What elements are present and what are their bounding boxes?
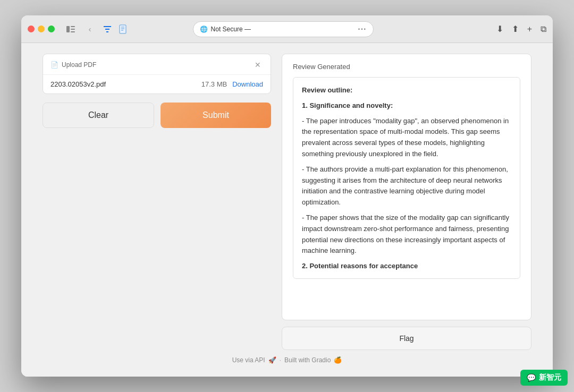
page-icon xyxy=(117,23,129,35)
wechat-label: 新智元 xyxy=(539,373,561,382)
download-icon[interactable]: ⬇ xyxy=(496,24,503,34)
address-bar[interactable]: 🌐 Not Secure — ··· xyxy=(193,21,374,37)
minimize-button[interactable] xyxy=(38,25,45,32)
api-text: Use via API xyxy=(232,356,265,364)
review-content-box[interactable]: Review outline: 1. Significance and nove… xyxy=(293,77,520,279)
svg-rect-3 xyxy=(71,31,75,32)
toolbar-right: ⬇ ⬆ + ⧉ xyxy=(496,24,546,34)
footer: Use via API 🚀 · Built with Gradio 🍊 xyxy=(43,350,531,366)
upload-box: 📄 Upload PDF ✕ 2203.02053v2.pdf 17.3 MB … xyxy=(43,54,271,94)
file-size: 17.3 MB xyxy=(201,80,227,88)
review-bullet-2: - The authors provide a multi-part expla… xyxy=(302,164,511,208)
svg-rect-4 xyxy=(120,25,126,33)
right-panel: Review Generated Review outline: 1. Sign… xyxy=(282,54,531,350)
main-content: 📄 Upload PDF ✕ 2203.02053v2.pdf 17.3 MB … xyxy=(21,43,553,377)
review-outline-label: Review outline: xyxy=(302,85,511,96)
file-icon: 📄 xyxy=(50,61,58,69)
svg-rect-1 xyxy=(71,26,75,27)
share-icon[interactable]: ⬆ xyxy=(512,24,519,34)
review-bullet-4: - The paper contributes important insigh… xyxy=(302,276,511,279)
download-link[interactable]: Download xyxy=(232,80,263,88)
title-bar: ‹ 🌐 Not Secure — ··· ⬇ ⬆ + ⧉ xyxy=(21,15,553,43)
wechat-watermark: 💬 新智元 xyxy=(520,370,568,386)
address-text: Not Secure — xyxy=(211,25,355,33)
tabs-icon[interactable]: ⧉ xyxy=(541,24,546,34)
upload-close-button[interactable]: ✕ xyxy=(252,59,263,70)
left-panel: 📄 Upload PDF ✕ 2203.02053v2.pdf 17.3 MB … xyxy=(43,54,271,350)
review-section-1: 1. Significance and novelty: xyxy=(302,100,511,112)
traffic-lights xyxy=(28,25,55,32)
submit-button[interactable]: Submit xyxy=(161,103,271,128)
built-text: Built with Gradio xyxy=(284,356,331,364)
globe-icon: 🌐 xyxy=(200,25,208,33)
file-name: 2203.02053v2.pdf xyxy=(50,80,196,88)
sidebar-toggle[interactable] xyxy=(63,22,78,37)
svg-rect-0 xyxy=(66,26,70,32)
review-bullet-1: - The paper introduces "modality gap", a… xyxy=(302,116,511,160)
svg-rect-2 xyxy=(71,29,75,30)
upload-label: 📄 Upload PDF xyxy=(50,61,96,69)
close-button[interactable] xyxy=(28,25,35,32)
upload-file-row: 2203.02053v2.pdf 17.3 MB Download xyxy=(43,75,271,93)
wechat-icon: 💬 xyxy=(527,373,536,382)
api-icon: 🚀 xyxy=(268,356,276,364)
clear-button[interactable]: Clear xyxy=(43,103,154,128)
more-icon[interactable]: ··· xyxy=(358,24,366,34)
brand-icon xyxy=(102,23,113,35)
separator: · xyxy=(280,356,281,364)
panels: 📄 Upload PDF ✕ 2203.02053v2.pdf 17.3 MB … xyxy=(43,54,531,350)
back-button[interactable]: ‹ xyxy=(82,22,97,37)
review-bullet-3: - The paper shows that the size of the m… xyxy=(302,212,511,257)
review-title: Review Generated xyxy=(293,63,520,71)
review-section-2: 2. Potential reasons for acceptance xyxy=(302,261,511,272)
button-row: Clear Submit xyxy=(43,103,271,128)
browser-window: ‹ 🌐 Not Secure — ··· ⬇ ⬆ + ⧉ xyxy=(21,15,553,377)
review-card: Review Generated Review outline: 1. Sign… xyxy=(282,54,531,320)
upload-header: 📄 Upload PDF ✕ xyxy=(43,54,271,75)
upload-label-text: Upload PDF xyxy=(62,61,96,69)
built-icon: 🍊 xyxy=(334,356,342,364)
maximize-button[interactable] xyxy=(48,25,55,32)
add-tab-icon[interactable]: + xyxy=(527,24,532,34)
flag-button[interactable]: Flag xyxy=(282,327,531,350)
